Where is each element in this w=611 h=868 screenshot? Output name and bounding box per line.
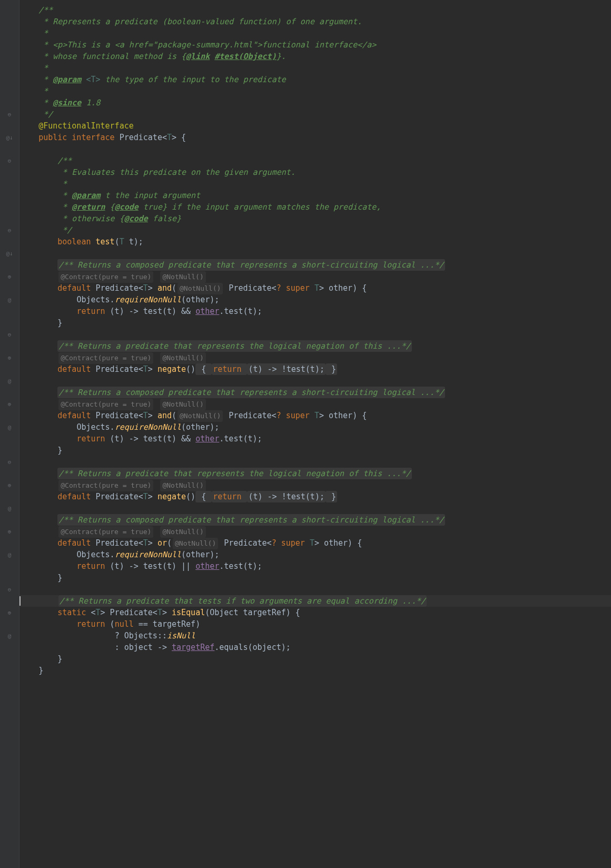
gutter-marker[interactable] [0,85,19,97]
code-line[interactable]: } [19,572,611,584]
gutter-marker[interactable] [0,213,19,224]
gutter-marker[interactable] [0,62,19,74]
gutter-marker[interactable] [0,514,19,526]
gutter-marker[interactable]: ⊕ [0,352,19,363]
code-line[interactable]: return (t) -> test(t) && other.test(t); [19,433,611,445]
gutter-marker[interactable] [0,305,19,317]
folded-region[interactable]: /** Returns a composed predicate that re… [57,514,445,526]
folded-region[interactable]: (t) -> !test(t); [247,363,326,375]
code-line[interactable]: */ [19,224,611,236]
gutter-marker[interactable] [0,143,19,155]
code-area[interactable]: /** * Represents a predicate (boolean-va… [19,0,611,868]
folded-region[interactable]: /** Returns a composed predicate that re… [57,259,445,271]
code-line[interactable]: * [19,178,611,190]
gutter-marker[interactable]: ⊖ [0,155,19,166]
gutter-marker[interactable] [0,653,19,665]
gutter-marker[interactable] [0,16,19,27]
code-line[interactable]: * <p>This is a <a href="package-summary.… [19,39,611,51]
code-line[interactable]: * [19,85,611,97]
code-line[interactable]: } [19,653,611,665]
gutter-marker[interactable] [0,491,19,502]
gutter-marker[interactable] [0,642,19,653]
code-line[interactable]: * Evaluates this predicate on the given … [19,166,611,178]
code-line[interactable]: */ [19,108,611,120]
code-line[interactable]: Objects.requireNonNull(other); [19,421,611,433]
code-line[interactable]: /** [19,155,611,166]
code-line[interactable]: ? Objects::isNull [19,630,611,642]
folded-region[interactable]: { [195,363,212,375]
gutter-marker[interactable] [0,665,19,676]
gutter-marker[interactable] [0,74,19,85]
folded-region[interactable]: { [195,491,212,502]
gutter-marker[interactable] [0,433,19,445]
code-line[interactable]: default Predicate<T> or(@NotNull() Predi… [19,537,611,549]
gutter-marker[interactable] [0,560,19,572]
gutter-marker[interactable] [0,4,19,16]
code-line[interactable]: /** Returns a predicate that represents … [19,468,611,479]
gutter-marker[interactable]: @↓ [0,132,19,143]
code-line[interactable]: } [19,317,611,329]
code-line[interactable] [19,375,611,387]
code-line[interactable]: boolean test(T t); [19,236,611,248]
folded-region[interactable]: return [212,363,247,375]
code-line[interactable]: return (t) -> test(t) && other.test(t); [19,305,611,317]
folded-region[interactable]: return [212,491,247,502]
gutter-marker[interactable] [0,39,19,51]
gutter-marker[interactable]: ⊕ [0,526,19,537]
gutter-marker[interactable] [0,166,19,178]
gutter-marker[interactable] [0,572,19,584]
gutter-marker[interactable] [0,595,19,607]
code-line[interactable]: default Predicate<T> negate() { return (… [19,363,611,375]
code-line[interactable]: * otherwise {@code false} [19,213,611,224]
code-line[interactable]: return (t) -> test(t) || other.test(t); [19,560,611,572]
gutter-marker[interactable]: ⊕ [0,607,19,618]
gutter-marker[interactable] [0,445,19,456]
code-line[interactable]: default Predicate<T> and(@NotNull() Pred… [19,410,611,421]
gutter-marker[interactable] [0,178,19,190]
gutter-marker[interactable]: @ [0,630,19,642]
gutter-marker[interactable] [0,27,19,39]
code-line[interactable]: /** Returns a predicate that tests if tw… [19,595,611,607]
code-line[interactable]: /** Returns a composed predicate that re… [19,514,611,526]
code-line[interactable]: * [19,27,611,39]
gutter-marker[interactable] [0,120,19,132]
code-line[interactable]: @Contract(pure = true) @NotNull() [19,526,611,537]
code-line[interactable]: /** Returns a composed predicate that re… [19,259,611,271]
code-line[interactable]: : object -> targetRef.equals(object); [19,642,611,653]
gutter-marker[interactable] [0,618,19,630]
gutter-marker[interactable] [0,201,19,213]
gutter-marker[interactable]: @ [0,294,19,305]
gutter-marker[interactable] [0,363,19,375]
folded-region[interactable]: /** Returns a composed predicate that re… [57,387,445,398]
code-line[interactable]: @Contract(pure = true) @NotNull() [19,398,611,410]
gutter-marker[interactable]: ⊖ [0,224,19,236]
gutter-marker[interactable]: @ [0,375,19,387]
gutter-marker[interactable]: ⊖ [0,329,19,340]
gutter-marker[interactable]: ⊕ [0,271,19,282]
code-line[interactable] [19,143,611,155]
code-line[interactable]: } [19,445,611,456]
code-line[interactable] [19,248,611,259]
code-line[interactable] [19,456,611,468]
gutter-marker[interactable] [0,340,19,352]
code-line[interactable]: * @return {@code true} if the input argu… [19,201,611,213]
gutter-marker[interactable]: ⊖ [0,584,19,595]
gutter-marker[interactable] [0,190,19,201]
gutter-marker[interactable] [0,387,19,398]
folded-region[interactable]: /** Returns a predicate that tests if tw… [58,595,427,607]
gutter-marker[interactable] [0,317,19,329]
code-line[interactable]: * Represents a predicate (boolean-valued… [19,16,611,27]
code-line[interactable]: * @since 1.8 [19,97,611,108]
gutter-marker[interactable] [0,468,19,479]
folded-region[interactable]: } [326,363,337,375]
gutter[interactable]: ⊖@↓⊖⊖@↓⊕@⊖⊕@⊕@⊖⊕@⊕@⊖⊕@ [0,0,19,868]
code-line[interactable]: public interface Predicate<T> { [19,132,611,143]
code-line[interactable]: /** Returns a composed predicate that re… [19,387,611,398]
gutter-marker[interactable]: ⊖ [0,456,19,468]
gutter-marker[interactable] [0,51,19,62]
gutter-marker[interactable] [0,97,19,108]
folded-region[interactable]: /** Returns a predicate that represents … [57,468,411,479]
gutter-marker[interactable]: @ [0,502,19,514]
code-line[interactable] [19,584,611,595]
folded-region[interactable]: (t) -> !test(t); [247,491,326,502]
